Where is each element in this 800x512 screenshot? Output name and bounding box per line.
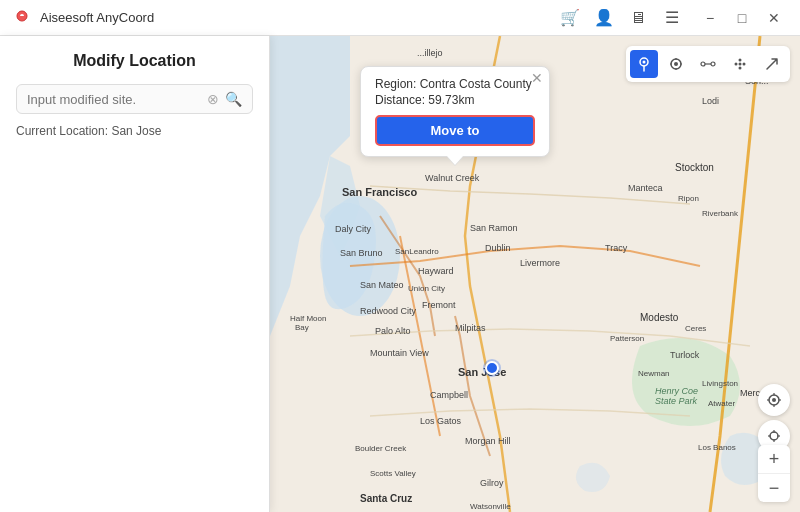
cart-icon-btn[interactable]: 🛒 [556, 4, 584, 32]
svg-text:Bay: Bay [295, 323, 309, 332]
svg-text:Half Moon: Half Moon [290, 314, 326, 323]
minimize-button[interactable]: − [696, 4, 724, 32]
svg-text:Morgan Hill: Morgan Hill [465, 436, 511, 446]
location-pin [485, 361, 499, 375]
svg-point-64 [739, 63, 742, 66]
svg-text:Union City: Union City [408, 284, 445, 293]
monitor-icon-btn[interactable]: 🖥 [624, 4, 652, 32]
location-popup: ✕ Region: Contra Costa County Distance: … [360, 66, 550, 157]
svg-point-60 [701, 62, 705, 66]
svg-text:Modesto: Modesto [640, 312, 679, 323]
svg-text:Patterson: Patterson [610, 334, 644, 343]
location-mode-button[interactable] [662, 50, 690, 78]
search-input[interactable] [27, 92, 201, 107]
svg-text:San Francisco: San Francisco [342, 186, 417, 198]
svg-text:San Bruno: San Bruno [340, 248, 383, 258]
svg-point-53 [643, 61, 646, 64]
current-location-label: Current Location: San Jose [16, 124, 253, 138]
zoom-out-button[interactable]: − [758, 474, 790, 502]
svg-text:Mountain View: Mountain View [370, 348, 429, 358]
multi-point-button[interactable] [726, 50, 754, 78]
svg-text:Daly City: Daly City [335, 224, 372, 234]
move-to-button[interactable]: Move to [375, 115, 535, 146]
svg-text:Dublin: Dublin [485, 243, 511, 253]
svg-text:Turlock: Turlock [670, 350, 700, 360]
svg-text:Los Gatos: Los Gatos [420, 416, 462, 426]
close-button[interactable]: ✕ [760, 4, 788, 32]
gps-location-button[interactable] [758, 384, 790, 416]
clear-icon-btn[interactable]: ⊗ [207, 91, 219, 107]
menu-icon-btn[interactable]: ☰ [658, 4, 686, 32]
svg-text:Gilroy: Gilroy [480, 478, 504, 488]
svg-text:Manteca: Manteca [628, 183, 663, 193]
svg-text:Fremont: Fremont [422, 300, 456, 310]
app-title: Aiseesoft AnyCoord [40, 10, 154, 25]
svg-text:Livingston: Livingston [702, 379, 738, 388]
svg-text:Walnut Creek: Walnut Creek [425, 173, 480, 183]
svg-text:Watsonville: Watsonville [470, 502, 511, 511]
svg-text:San Jose: San Jose [458, 366, 506, 378]
svg-point-74 [770, 432, 778, 440]
svg-text:Hayward: Hayward [418, 266, 454, 276]
svg-point-66 [739, 59, 742, 62]
app-logo [12, 8, 32, 28]
sidebar-title: Modify Location [16, 52, 253, 70]
svg-text:Los Banos: Los Banos [698, 443, 736, 452]
route-mode-button[interactable] [694, 50, 722, 78]
svg-text:Boulder Creek: Boulder Creek [355, 444, 407, 453]
svg-text:...illejo: ...illejo [417, 48, 443, 58]
svg-point-65 [743, 63, 746, 66]
map-area[interactable]: Henry Coe State Park San Francisco Daly [270, 36, 800, 512]
sidebar: Modify Location ⊗ 🔍 Current Location: Sa… [0, 36, 270, 512]
search-icon-btn[interactable]: 🔍 [225, 91, 242, 107]
maximize-button[interactable]: □ [728, 4, 756, 32]
svg-text:Livermore: Livermore [520, 258, 560, 268]
svg-text:Ripon: Ripon [678, 194, 699, 203]
search-box: ⊗ 🔍 [16, 84, 253, 114]
popup-close-button[interactable]: ✕ [531, 71, 543, 85]
svg-text:Palo Alto: Palo Alto [375, 326, 411, 336]
svg-point-61 [711, 62, 715, 66]
window-controls: − □ ✕ [696, 4, 788, 32]
title-bar: Aiseesoft AnyCoord 🛒 👤 🖥 ☰ − □ ✕ [0, 0, 800, 36]
map-controls-top [626, 46, 790, 82]
svg-text:Redwood City: Redwood City [360, 306, 417, 316]
svg-point-69 [772, 398, 776, 402]
zoom-controls: + − [758, 445, 790, 502]
svg-text:Tracy: Tracy [605, 243, 628, 253]
svg-text:Ceres: Ceres [685, 324, 706, 333]
svg-text:Lodi: Lodi [702, 96, 719, 106]
svg-text:San Mateo: San Mateo [360, 280, 404, 290]
main-content: Modify Location ⊗ 🔍 Current Location: Sa… [0, 36, 800, 512]
svg-text:Atwater: Atwater [708, 399, 735, 408]
svg-text:Newman: Newman [638, 369, 670, 378]
svg-text:Milpitas: Milpitas [455, 323, 486, 333]
popup-distance: Distance: 59.73km [375, 93, 535, 107]
svg-text:Santa Cruz: Santa Cruz [360, 493, 412, 504]
pin-mode-button[interactable] [630, 50, 658, 78]
svg-text:State Park: State Park [655, 396, 698, 406]
map-controls-right [758, 384, 790, 452]
user-icon-btn[interactable]: 👤 [590, 4, 618, 32]
svg-text:Stockton: Stockton [675, 162, 714, 173]
export-button[interactable] [758, 50, 786, 78]
svg-point-55 [674, 62, 678, 66]
title-bar-left: Aiseesoft AnyCoord [12, 8, 154, 28]
svg-text:Riverbank: Riverbank [702, 209, 739, 218]
svg-text:San Ramon: San Ramon [470, 223, 518, 233]
svg-text:Campbell: Campbell [430, 390, 468, 400]
title-icons: 🛒 👤 🖥 ☰ [556, 4, 686, 32]
zoom-in-button[interactable]: + [758, 445, 790, 473]
svg-point-63 [735, 63, 738, 66]
svg-text:SanLeandro: SanLeandro [395, 247, 439, 256]
svg-text:Henry Coe: Henry Coe [655, 386, 698, 396]
svg-text:Scotts Valley: Scotts Valley [370, 469, 416, 478]
popup-region: Region: Contra Costa County [375, 77, 535, 91]
svg-point-67 [739, 67, 742, 70]
